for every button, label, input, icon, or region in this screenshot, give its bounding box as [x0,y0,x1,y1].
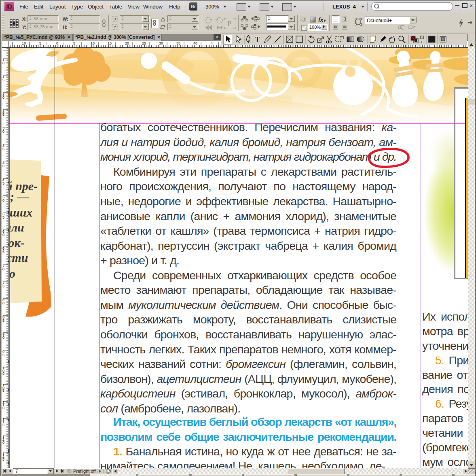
svg-text:T: T [421,40,423,44]
svg-text:P: P [227,19,232,28]
svg-text:T: T [255,35,260,44]
